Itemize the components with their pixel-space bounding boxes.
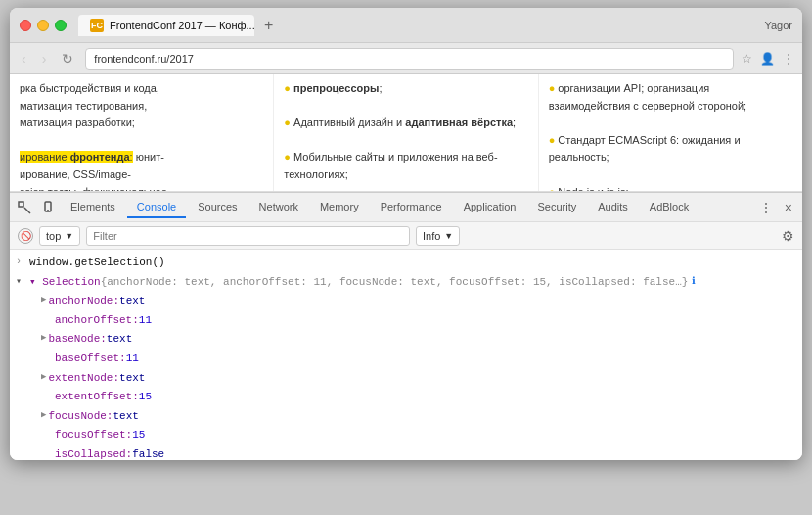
prop-name-basenode: baseNode: <box>48 331 106 349</box>
console-prop-anchoroffset: anchorOffset: 11 <box>10 311 802 331</box>
new-tab-button[interactable]: + <box>260 17 277 34</box>
tab-adblock[interactable]: AdBlock <box>640 197 699 218</box>
tab-console[interactable]: Console <box>127 197 186 218</box>
page-text-1: рка быстродействия и кода, матизация тес… <box>20 80 263 191</box>
prop-name-baseoffset: baseOffset: <box>55 351 126 368</box>
console-prop-focusnode: ▶ focusNode: text <box>10 407 802 427</box>
prop-name-focusnode: focusNode: <box>48 408 113 426</box>
prop-val-focusoffset: 15 <box>132 427 145 445</box>
devtools-panel: Elements Console Sources Network Memory … <box>10 192 802 460</box>
arrow-icon: › <box>16 255 22 270</box>
browser-window: FC FrontendConf 2017 — Конф... × + Yagor… <box>10 8 802 460</box>
console-prop-focusoffset: focusOffset: 15 <box>10 426 802 445</box>
prop-name-iscollapsed: isCollapsed: <box>55 446 132 460</box>
svg-line-1 <box>24 208 30 213</box>
tab-sources[interactable]: Sources <box>188 197 247 218</box>
info-icon: ℹ <box>692 274 696 290</box>
prop-name-extentnode: extentNode: <box>48 370 119 388</box>
log-level-chevron-icon: ▼ <box>444 231 453 241</box>
tab-audits[interactable]: Audits <box>588 197 638 218</box>
browser-tab[interactable]: FC FrontendConf 2017 — Конф... × <box>78 15 254 36</box>
title-bar: FC FrontendConf 2017 — Конф... × + Yagor <box>10 8 802 43</box>
page-col-1: рка быстродействия и кода, матизация тес… <box>10 74 274 191</box>
settings-icon[interactable]: ⋮ <box>783 52 794 66</box>
mobile-button[interactable] <box>37 197 59 218</box>
tab-favicon: FC <box>90 19 104 32</box>
console-line-getselection: › window.getSelection() <box>10 254 802 273</box>
tab-elements[interactable]: Elements <box>61 197 125 218</box>
minimize-button[interactable] <box>37 20 49 31</box>
prop-name-extentoffset: extentOffset: <box>55 389 139 406</box>
console-selection-label: ▾ Selection <box>29 274 101 292</box>
tab-memory[interactable]: Memory <box>310 197 369 218</box>
console-prop-anchornode: ▶ anchorNode: text <box>10 292 802 311</box>
prop-val-extentoffset: 15 <box>139 389 152 406</box>
close-button[interactable] <box>20 20 31 31</box>
log-level-selector[interactable]: Info ▼ <box>416 226 460 246</box>
tab-performance[interactable]: Performance <box>371 197 452 218</box>
url-bar[interactable]: frontendconf.ru/2017 <box>85 48 734 70</box>
prop-val-baseoffset: 11 <box>126 351 139 368</box>
tab-title: FrontendConf 2017 — Конф... <box>110 20 254 31</box>
forward-button[interactable]: › <box>38 49 51 69</box>
console-selection-detail: {anchorNode: text, anchorOffset: 11, foc… <box>101 274 689 292</box>
filter-input[interactable] <box>86 226 410 246</box>
prop-val-extentnode: text <box>119 370 145 388</box>
prop-val-anchoroffset: 11 <box>139 312 152 330</box>
expand-icon-anchornode[interactable]: ▶ <box>41 293 46 306</box>
console-text-getselection: window.getSelection() <box>29 255 165 272</box>
devtools-filterbar: 🚫 top ▼ Info ▼ ⚙ <box>10 222 802 250</box>
console-prop-baseoffset: baseOffset: 11 <box>10 350 802 369</box>
tabs-bar: FC FrontendConf 2017 — Конф... × + <box>78 15 792 36</box>
expand-icon-extentnode[interactable]: ▶ <box>41 370 46 384</box>
address-bar: ‹ › ↻ frontendconf.ru/2017 ☆ 👤 ⋮ <box>10 43 802 74</box>
console-prop-extentoffset: extentOffset: 15 <box>10 388 802 407</box>
traffic-lights <box>20 20 67 31</box>
back-button[interactable]: ‹ <box>18 49 30 69</box>
maximize-button[interactable] <box>55 20 67 31</box>
bookmark-icon[interactable]: ☆ <box>742 52 752 66</box>
prop-val-iscollapsed: false <box>132 446 164 460</box>
console-prop-basenode: ▶ baseNode: text <box>10 330 802 350</box>
page-content: рка быстродействия и кода, матизация тес… <box>10 74 802 192</box>
prop-name-anchoroffset: anchorOffset: <box>55 312 139 330</box>
page-col-2: ● препроцессоры; ● Адаптивный дизайн и а… <box>274 74 538 191</box>
clear-console-button[interactable]: 🚫 <box>18 228 33 244</box>
url-text: frontendconf.ru/2017 <box>94 53 194 65</box>
expand-icon-basenode[interactable]: ▶ <box>41 331 46 345</box>
context-chevron-icon: ▼ <box>65 231 73 241</box>
devtools-toolbar: Elements Console Sources Network Memory … <box>10 193 802 222</box>
svg-rect-0 <box>19 202 23 207</box>
expand-arrow-icon[interactable]: ▾ <box>16 274 22 290</box>
inspect-element-button[interactable] <box>14 197 35 218</box>
prop-val-basenode: text <box>107 331 132 349</box>
devtools-close-button[interactable]: × <box>779 200 798 215</box>
console-prop-extentnode: ▶ extentNode: text <box>10 369 802 389</box>
page-text-3: ● организации API; организация взаимодей… <box>549 80 792 191</box>
refresh-button[interactable]: ↻ <box>58 49 77 69</box>
user-icon[interactable]: 👤 <box>760 52 775 66</box>
console-prop-iscollapsed: isCollapsed: false <box>10 445 802 460</box>
address-icons: ☆ 👤 ⋮ <box>742 52 794 66</box>
context-selector[interactable]: top ▼ <box>39 226 80 246</box>
tab-network[interactable]: Network <box>249 197 308 218</box>
tab-security[interactable]: Security <box>527 197 586 218</box>
context-value: top <box>46 230 61 242</box>
expand-icon-focusnode[interactable]: ▶ <box>41 408 46 422</box>
devtools-more-button[interactable]: ⋮ <box>755 200 777 215</box>
page-col-3: ● организации API; организация взаимодей… <box>539 74 802 191</box>
prop-name-focusoffset: focusOffset: <box>55 427 132 445</box>
tab-application[interactable]: Application <box>454 197 526 218</box>
user-label: Yagor <box>764 20 792 31</box>
prop-val-anchornode: text <box>119 293 145 310</box>
page-text-2: ● препроцессоры; ● Адаптивный дизайн и а… <box>284 80 527 191</box>
console-line-selection-header: ▾ ▾ Selection {anchorNode: text, anchorO… <box>10 273 802 293</box>
devtools-console: › window.getSelection() ▾ ▾ Selection {a… <box>10 250 802 460</box>
prop-name-anchornode: anchorNode: <box>48 293 119 310</box>
console-settings-icon[interactable]: ⚙ <box>782 228 794 244</box>
prop-val-focusnode: text <box>113 408 138 426</box>
log-level-value: Info <box>423 230 440 242</box>
